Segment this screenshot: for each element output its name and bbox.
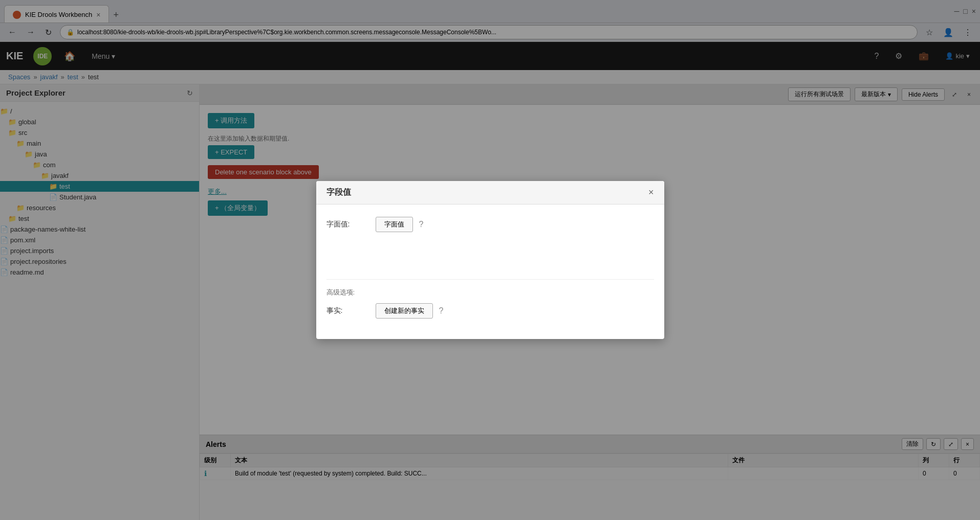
fact-help-icon[interactable]: ? [439,306,444,315]
literal-button[interactable]: 字面值 [376,217,413,232]
literal-label: 字面值: [326,220,367,229]
fact-label: 事实: [326,306,367,315]
advanced-label: 高级选项: [326,288,654,297]
modal-header: 字段值 × [316,181,664,205]
modal-spacer [326,240,654,271]
field-value-modal: 字段值 × 字面值: 字面值 ? 高级选项: 事实: 创建新的事实 ? [316,181,664,339]
modal-title: 字段值 [326,187,351,198]
literal-help-icon[interactable]: ? [419,220,424,229]
fact-row: 事实: 创建新的事实 ? [326,303,654,319]
create-fact-button[interactable]: 创建新的事实 [376,303,433,319]
modal-close-button[interactable]: × [648,187,654,198]
modal-divider [326,279,654,280]
modal-overlay: 字段值 × 字面值: 字面值 ? 高级选项: 事实: 创建新的事实 ? [0,0,980,520]
modal-body: 字面值: 字面值 ? 高级选项: 事实: 创建新的事实 ? [316,205,664,339]
literal-row: 字面值: 字面值 ? [326,217,654,232]
